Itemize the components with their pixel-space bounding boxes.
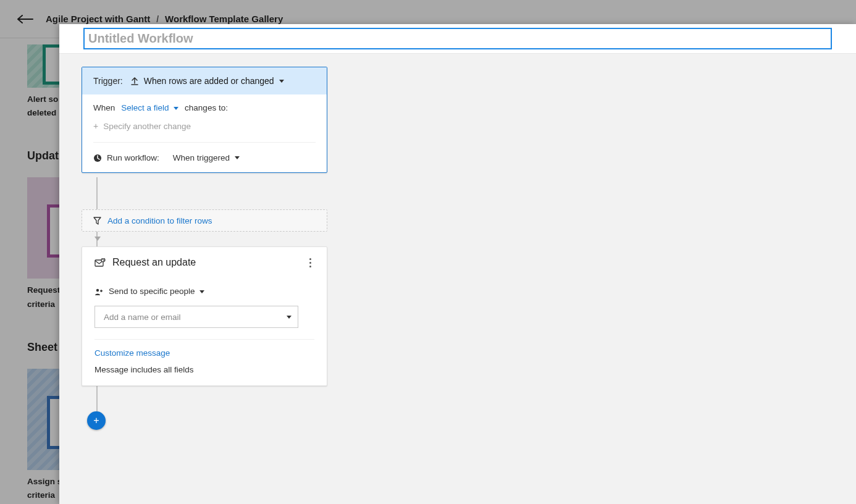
chevron-down-icon (279, 80, 284, 83)
recipient-placeholder: Add a name or email (104, 313, 181, 322)
message-includes-label: Message includes all fields (94, 365, 314, 374)
trigger-label: Trigger: (93, 76, 123, 86)
plus-icon: + (93, 121, 98, 131)
trigger-value: When rows are added or changed (144, 76, 274, 86)
action-menu-button[interactable] (306, 258, 314, 267)
condition-block[interactable]: Add a condition to filter rows (82, 209, 327, 232)
chevron-down-icon (199, 290, 204, 293)
select-field-dropdown[interactable]: Select a field (121, 103, 178, 112)
add-condition-link[interactable]: Add a condition to filter rows (107, 216, 212, 225)
changes-to-label: changes to: (185, 103, 228, 112)
people-icon (94, 287, 104, 296)
recipient-input[interactable]: Add a name or email (94, 306, 298, 328)
when-label: When (93, 103, 115, 112)
run-workflow-dropdown[interactable]: When triggered (173, 153, 240, 162)
run-workflow-label: Run workflow: (107, 153, 159, 162)
chevron-down-icon (287, 316, 292, 319)
add-step-button[interactable]: + (87, 411, 106, 430)
chevron-down-icon (174, 107, 178, 110)
trigger-block[interactable]: Trigger: When rows are added or changed … (82, 67, 327, 173)
title-bar (59, 24, 856, 54)
send-to-dropdown[interactable]: Send to specific people (109, 287, 204, 296)
filter-icon (93, 216, 101, 225)
chevron-down-icon (235, 156, 240, 159)
action-block[interactable]: Request an update Send to specific peopl… (82, 246, 327, 386)
connector-arrow-icon (94, 237, 101, 241)
workflow-canvas: Trigger: When rows are added or changed … (59, 54, 856, 504)
clock-icon (93, 153, 102, 162)
svg-point-3 (96, 289, 99, 292)
trigger-header[interactable]: Trigger: When rows are added or changed (82, 67, 327, 94)
customize-message-link[interactable]: Customize message (94, 348, 314, 358)
action-title: Request an update (112, 257, 196, 268)
connector-line (96, 177, 98, 209)
workflow-editor-panel: Trigger: When rows are added or changed … (59, 24, 856, 504)
plus-icon: + (93, 415, 99, 426)
upload-icon (130, 76, 139, 86)
svg-point-2 (101, 258, 105, 262)
add-change-button[interactable]: + Specify another change (93, 121, 316, 143)
mail-refresh-icon (94, 257, 106, 268)
workflow-title-input[interactable] (84, 28, 831, 49)
divider (94, 339, 314, 340)
